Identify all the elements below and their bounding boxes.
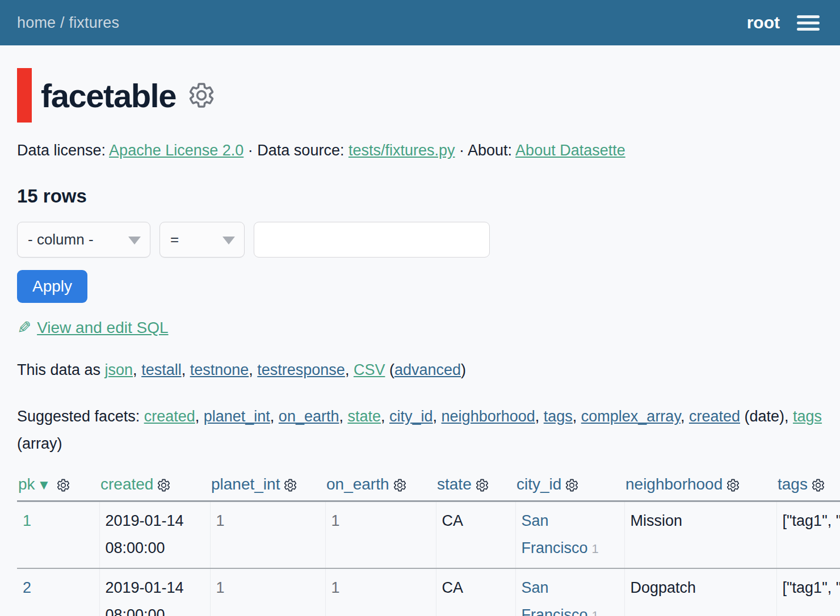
- city-link-cell: San Francisco1: [515, 501, 624, 569]
- gear-icon[interactable]: [283, 478, 297, 492]
- export-link-json[interactable]: json: [105, 361, 133, 378]
- on-earth-value: 1: [331, 579, 340, 596]
- filter-value-input[interactable]: [254, 222, 490, 258]
- export-link-CSV[interactable]: CSV: [354, 361, 385, 378]
- facet-link-tags[interactable]: tags: [544, 408, 573, 425]
- column-header-pk: pk▼: [17, 473, 99, 501]
- facet-link-city_id[interactable]: city_id: [389, 408, 433, 425]
- column-header-state: state: [436, 473, 515, 501]
- table-settings-gear-icon[interactable]: [187, 81, 216, 109]
- pk-link-cell: 1: [17, 501, 99, 569]
- filter-form: - column - =: [17, 222, 823, 258]
- column-header-tags: tags: [776, 473, 840, 501]
- column-header-created: created: [99, 473, 210, 501]
- gear-icon[interactable]: [565, 478, 579, 492]
- column-header-link-state[interactable]: state: [437, 475, 472, 493]
- planet-int-value-cell: 1: [210, 568, 325, 616]
- column-header-link-planet_int[interactable]: planet_int: [211, 475, 280, 493]
- breadcrumb-current-link[interactable]: fixtures: [69, 14, 119, 31]
- table-header-row: pk▼createdplanet_inton_earthstatecity_id…: [17, 473, 840, 501]
- metadata-line: Data license: Apache License 2.0 · Data …: [17, 142, 823, 159]
- license-link[interactable]: Apache License 2.0: [109, 142, 243, 159]
- facet-count-badge: 1: [592, 609, 599, 616]
- rows-table: pk▼createdplanet_inton_earthstatecity_id…: [17, 473, 840, 616]
- column-header-link-on_earth[interactable]: on_earth: [326, 475, 389, 493]
- gear-icon[interactable]: [726, 478, 740, 492]
- gear-icon[interactable]: [157, 478, 171, 492]
- gear-icon[interactable]: [811, 478, 825, 492]
- export-link-testnone[interactable]: testnone: [190, 361, 249, 378]
- pk-link[interactable]: 1: [23, 512, 31, 529]
- city-link[interactable]: San Francisco: [522, 579, 588, 616]
- facets-prefix: Suggested facets:: [17, 408, 144, 425]
- top-navbar: home / fixtures root: [0, 0, 840, 45]
- column-header-planet_int: planet_int: [210, 473, 325, 501]
- facet-link-tags[interactable]: tags: [793, 408, 822, 425]
- on-earth-value-cell: 1: [325, 568, 436, 616]
- license-label: Data license:: [17, 142, 106, 159]
- state-value-cell: CA: [436, 501, 515, 569]
- column-header-link-created[interactable]: created: [100, 475, 153, 493]
- export-link-testresponse[interactable]: testresponse: [257, 361, 345, 378]
- facet-link-planet_int[interactable]: planet_int: [204, 408, 270, 425]
- column-header-on_earth: on_earth: [325, 473, 436, 501]
- pk-link-cell: 2: [17, 568, 99, 616]
- chevron-down-icon: [222, 237, 235, 244]
- menu-icon[interactable]: [797, 15, 820, 31]
- column-header-neighborhood: neighborhood: [624, 473, 776, 501]
- column-header-city_id: city_id: [515, 473, 624, 501]
- source-link[interactable]: tests/fixtures.py: [348, 142, 455, 159]
- apply-button[interactable]: Apply: [17, 270, 87, 303]
- created-value: 2019-01-14 08:00:00: [106, 512, 184, 556]
- breadcrumb: home / fixtures: [17, 14, 119, 32]
- on-earth-value: 1: [331, 512, 340, 529]
- facet-link-created[interactable]: created: [689, 408, 740, 425]
- sort-desc-icon: ▼: [37, 477, 51, 492]
- operator-select-value: =: [170, 231, 179, 248]
- rows-table-wrapper: pk▼createdplanet_inton_earthstatecity_id…: [17, 473, 840, 616]
- tags-value-cell: ["tag1", "tag2"]: [776, 501, 840, 569]
- facet-link-neighborhood[interactable]: neighborhood: [442, 408, 535, 425]
- facet-link-on_earth[interactable]: on_earth: [279, 408, 339, 425]
- page-title: facetable: [41, 77, 176, 115]
- created-value-cell: 2019-01-14 08:00:00: [99, 501, 210, 569]
- state-value: CA: [442, 579, 464, 596]
- tags-value: ["tag1", "tag2"]: [783, 512, 840, 529]
- column-header-link-neighborhood[interactable]: neighborhood: [625, 475, 723, 493]
- column-header-link-city_id[interactable]: city_id: [516, 475, 561, 493]
- export-link-advanced[interactable]: advanced: [394, 361, 461, 378]
- column-header-link-pk[interactable]: pk: [18, 475, 35, 493]
- gear-icon[interactable]: [475, 478, 489, 492]
- tags-value: ["tag1", "tag3"]: [783, 579, 840, 596]
- neighborhood-value-cell: Dogpatch: [624, 568, 776, 616]
- state-value: CA: [442, 512, 464, 529]
- facet-link-created[interactable]: created: [144, 408, 195, 425]
- facet-link-state[interactable]: state: [347, 408, 381, 425]
- facet-link-complex_array[interactable]: complex_array: [581, 408, 681, 425]
- view-edit-sql-link[interactable]: View and edit SQL: [37, 319, 168, 337]
- column-header-link-tags[interactable]: tags: [778, 475, 808, 493]
- table-row: 22019-01-14 08:00:0011CASan Francisco1Do…: [17, 568, 840, 616]
- facet-count-badge: 1: [592, 542, 599, 556]
- column-select-value: - column -: [28, 231, 94, 248]
- on-earth-value-cell: 1: [325, 501, 436, 569]
- about-link[interactable]: About Datasette: [515, 142, 625, 159]
- city-link[interactable]: San Francisco: [522, 512, 588, 556]
- export-link-testall[interactable]: testall: [141, 361, 182, 378]
- column-select[interactable]: - column -: [17, 222, 150, 258]
- breadcrumb-home-link[interactable]: home: [17, 14, 56, 31]
- state-value-cell: CA: [436, 568, 515, 616]
- export-line: This data as json, testall, testnone, te…: [17, 361, 823, 379]
- gear-icon[interactable]: [393, 478, 407, 492]
- export-prefix: This data as: [17, 361, 105, 378]
- pk-link[interactable]: 2: [23, 579, 31, 596]
- accent-bar: [17, 68, 32, 123]
- pencil-icon: ✎: [17, 318, 31, 337]
- gear-icon[interactable]: [56, 478, 70, 492]
- neighborhood-value: Dogpatch: [631, 579, 696, 596]
- row-count-heading: 15 rows: [17, 185, 823, 207]
- separator-dot: ·: [248, 142, 253, 159]
- logged-in-user[interactable]: root: [747, 13, 780, 32]
- operator-select[interactable]: =: [159, 222, 245, 258]
- neighborhood-value-cell: Mission: [624, 501, 776, 569]
